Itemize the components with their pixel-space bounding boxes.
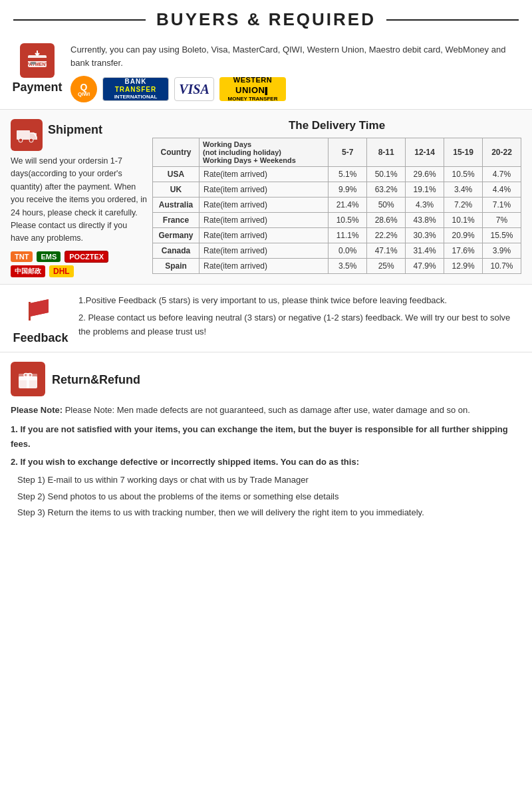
row-val-4: 10.7% <box>483 259 521 274</box>
payment-section: PAYMENT Payment Currently, you can pay u… <box>0 34 532 110</box>
row-val-2: 31.4% <box>406 243 444 259</box>
row-country: Germany <box>153 228 200 243</box>
dhl-logo: DHL <box>49 265 74 277</box>
payment-icon: PAYMENT <box>20 43 55 78</box>
row-val-4: 15.5% <box>483 228 521 243</box>
col-8-11: 8-11 <box>367 138 406 167</box>
row-val-3: 17.6% <box>444 243 483 259</box>
return-header: Return&Refund <box>11 362 521 396</box>
row-val-1: 28.6% <box>367 213 406 228</box>
visa-logo: VISA <box>174 77 214 101</box>
shipment-title: Shipment <box>48 123 102 137</box>
feedback-layout: Feedback 1.Positive Feedback (5 stars) i… <box>11 294 521 345</box>
table-row: Germany Rate(item arrived) 11.1%22.2%30.… <box>153 228 521 243</box>
qiwi-logo: Q QIWI <box>70 76 97 102</box>
row-rate: Rate(item arrived) <box>200 167 329 182</box>
return-step: Step 3) Return the items to us with trac… <box>17 505 521 519</box>
row-val-0: 11.1% <box>329 228 367 243</box>
svg-marker-10 <box>30 299 49 317</box>
row-val-4: 7% <box>483 213 521 228</box>
table-row: France Rate(item arrived) 10.5%28.6%43.8… <box>153 213 521 228</box>
feedback-icon-group: Feedback <box>11 294 70 345</box>
row-val-2: 19.1% <box>406 182 444 197</box>
row-val-1: 50% <box>367 197 406 213</box>
western-union-logo: WESTERN UNION▌ MONEY TRANSFER <box>219 77 286 101</box>
col-5-7: 5-7 <box>329 138 367 167</box>
header-line-left <box>13 19 146 21</box>
row-val-3: 7.2% <box>444 197 483 213</box>
delivery-title: The Delivery Time <box>152 119 521 132</box>
payment-title: Payment <box>12 80 62 94</box>
return-step: Step 1) E-mail to us within 7 working da… <box>17 473 521 487</box>
row-val-2: 30.3% <box>406 228 444 243</box>
row-val-1: 25% <box>367 259 406 274</box>
row-rate: Rate(item arrived) <box>200 213 329 228</box>
svg-rect-14 <box>19 374 37 377</box>
feedback-section: Feedback 1.Positive Feedback (5 stars) i… <box>0 285 532 352</box>
feedback-content: 1.Positive Feedback (5 stars) is very im… <box>78 294 521 343</box>
pocztex-logo: POCZTEX <box>65 251 108 263</box>
ems-logo: EMS <box>37 251 61 262</box>
row-val-0: 10.5% <box>329 213 367 228</box>
return-point1: 1. If you are not satisfied with your it… <box>11 422 521 451</box>
shipment-text: We will send your ordersin 1-7 days(acco… <box>11 155 147 245</box>
row-val-2: 47.9% <box>406 259 444 274</box>
row-country: France <box>153 213 200 228</box>
row-country: Canada <box>153 243 200 259</box>
payment-content: Currently, you can pay using Boleto, Vis… <box>70 43 521 102</box>
page-header: BUYERS & REQUIRED <box>0 0 532 34</box>
shipment-section: Shipment We will send your ordersin 1-7 … <box>0 110 532 285</box>
col-country-header: Country <box>153 138 200 167</box>
svg-point-6 <box>19 138 23 142</box>
col-12-14: 12-14 <box>406 138 444 167</box>
row-val-0: 0.0% <box>329 243 367 259</box>
row-val-4: 7.1% <box>483 197 521 213</box>
carrier-row-2: 中国邮政 DHL <box>11 265 147 277</box>
carrier-row-1: TNT EMS POCZTEX <box>11 251 147 263</box>
shipment-left: Shipment We will send your ordersin 1-7 … <box>11 119 147 277</box>
row-val-1: 50.1% <box>367 167 406 182</box>
svg-point-7 <box>29 138 33 142</box>
row-val-4: 4.4% <box>483 182 521 197</box>
col-20-22: 20-22 <box>483 138 521 167</box>
row-val-1: 22.2% <box>367 228 406 243</box>
page-title: BUYERS & REQUIRED <box>146 9 386 30</box>
row-val-0: 21.4% <box>329 197 367 213</box>
row-val-0: 5.1% <box>329 167 367 182</box>
shipment-right: The Delivery Time Country Working Days(n… <box>152 119 521 274</box>
row-val-1: 63.2% <box>367 182 406 197</box>
row-country: Spain <box>153 259 200 274</box>
feedback-point1: 1.Positive Feedback (5 stars) is very im… <box>78 294 521 308</box>
payment-text: Currently, you can pay using Boleto, Vis… <box>70 43 521 69</box>
row-rate: Rate(item arrived) <box>200 259 329 274</box>
return-title: Return&Refund <box>52 373 140 387</box>
row-val-3: 12.9% <box>444 259 483 274</box>
row-country: Australia <box>153 197 200 213</box>
col-delivery-header: Working Days(not including holiday)Worki… <box>200 138 329 167</box>
delivery-table: Country Working Days(not including holid… <box>152 138 521 274</box>
return-step: Step 2) Send photos to us about the prob… <box>17 489 521 503</box>
col-15-19: 15-19 <box>444 138 483 167</box>
bank-transfer-logo: BANK TRANSFER INTERNATIONAL <box>102 77 169 101</box>
return-icon <box>11 362 45 396</box>
row-val-0: 3.5% <box>329 259 367 274</box>
row-rate: Rate(item arrived) <box>200 243 329 259</box>
row-val-3: 3.4% <box>444 182 483 197</box>
table-row: Spain Rate(item arrived) 3.5%25%47.9%12.… <box>153 259 521 274</box>
row-val-2: 29.6% <box>406 167 444 182</box>
feedback-point2: 2. Please contact us before leaving neut… <box>78 311 521 339</box>
svg-rect-4 <box>17 130 30 140</box>
svg-rect-1 <box>28 58 47 61</box>
feedback-title: Feedback <box>13 331 68 345</box>
feedback-icon <box>23 294 58 328</box>
row-val-0: 9.9% <box>329 182 367 197</box>
row-rate: Rate(item arrived) <box>200 228 329 243</box>
svg-rect-3 <box>31 62 36 65</box>
row-val-2: 4.3% <box>406 197 444 213</box>
row-val-3: 10.1% <box>444 213 483 228</box>
row-rate: Rate(item arrived) <box>200 182 329 197</box>
return-refund-section: Return&Refund Please Note: Please Note: … <box>0 352 532 531</box>
return-note: Please Note: Please Note: Men made defec… <box>11 403 521 417</box>
row-val-2: 43.8% <box>406 213 444 228</box>
payment-icon-group: PAYMENT Payment <box>11 43 64 94</box>
